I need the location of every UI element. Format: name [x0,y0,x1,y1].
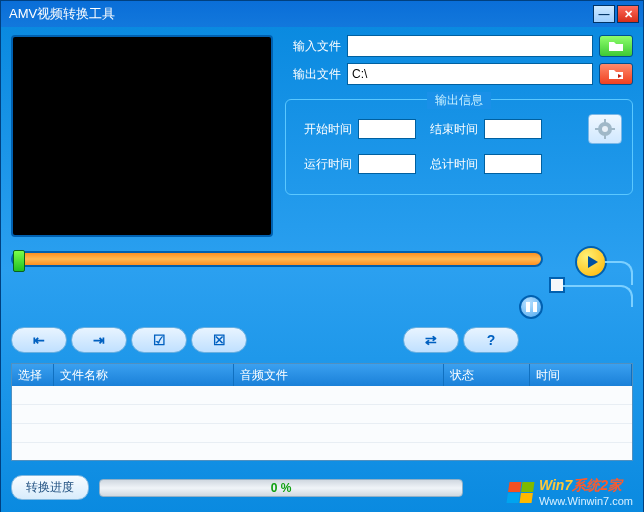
col-time[interactable]: 时间 [530,364,632,386]
mark-in-icon: ⇤ [33,332,45,348]
svg-rect-2 [604,119,606,123]
mark-out-icon: ⇥ [93,332,105,348]
svg-rect-4 [595,128,599,130]
uncheck-icon: ☒ [213,332,226,348]
col-audio[interactable]: 音频文件 [234,364,444,386]
output-file-field[interactable] [347,63,593,85]
seek-slider[interactable] [11,251,543,267]
table-row [12,424,632,443]
help-icon: ? [487,332,496,348]
run-time-field[interactable] [358,154,416,174]
table-header: 选择 文件名称 音频文件 状态 时间 [12,364,632,386]
watermark: Win7系统2家 Www.Winwin7.com [508,477,633,507]
watermark-url: Www.Winwin7.com [539,495,633,507]
output-info-title: 输出信息 [427,92,491,109]
run-time-label: 运行时间 [296,156,352,173]
mark-out-button[interactable]: ⇥ [71,327,127,353]
titlebar: AMV视频转换工具 — ✕ [1,1,643,27]
table-row [12,405,632,424]
folder-export-icon [608,68,624,80]
col-select[interactable]: 选择 [12,364,54,386]
play-button[interactable] [575,246,607,278]
pause-button[interactable] [519,295,543,319]
minimize-button[interactable]: — [593,5,615,23]
progress-bar: 0 % [99,479,463,497]
browse-input-button[interactable] [599,35,633,57]
end-time-field[interactable] [484,119,542,139]
col-filename[interactable]: 文件名称 [54,364,234,386]
start-time-label: 开始时间 [296,121,352,138]
table-row [12,443,632,461]
table-row [12,386,632,405]
uncheck-button[interactable]: ☒ [191,327,247,353]
col-status[interactable]: 状态 [444,364,530,386]
seek-thumb[interactable] [13,250,25,272]
progress-label: 转换进度 [11,475,89,500]
gear-icon [595,119,615,139]
total-time-field[interactable] [484,154,542,174]
progress-percent: 0 % [271,481,292,495]
end-time-label: 结束时间 [422,121,478,138]
window-title: AMV视频转换工具 [5,5,593,23]
svg-rect-5 [611,128,615,130]
close-button[interactable]: ✕ [617,5,639,23]
video-preview [11,35,273,237]
watermark-brand2: 系统2家 [572,477,622,493]
folder-open-icon [608,40,624,52]
output-file-label: 输出文件 [285,66,341,83]
settings-button[interactable] [588,114,622,144]
play-icon [588,256,598,268]
total-time-label: 总计时间 [422,156,478,173]
app-window: AMV视频转换工具 — ✕ 输入文件 输出文件 [0,0,644,512]
watermark-brand: Win7 [539,477,572,493]
content-area: 输入文件 输出文件 输出信息 开始时间 [1,27,643,512]
input-file-field[interactable] [347,35,593,57]
file-table: 选择 文件名称 音频文件 状态 时间 [11,363,633,461]
mark-in-button[interactable]: ⇤ [11,327,67,353]
convert-icon: ⇄ [425,332,437,348]
svg-point-1 [602,126,608,132]
convert-button[interactable]: ⇄ [403,327,459,353]
start-time-field[interactable] [358,119,416,139]
browse-output-button[interactable] [599,63,633,85]
pause-icon [526,302,530,312]
table-body[interactable] [12,386,632,461]
check-icon: ☑ [153,332,166,348]
check-button[interactable]: ☑ [131,327,187,353]
windows-logo-icon [506,482,534,503]
svg-rect-3 [604,135,606,139]
output-info-panel: 输出信息 开始时间 结束时间 运行时间 总计时间 [285,99,633,195]
help-button[interactable]: ? [463,327,519,353]
input-file-label: 输入文件 [285,38,341,55]
